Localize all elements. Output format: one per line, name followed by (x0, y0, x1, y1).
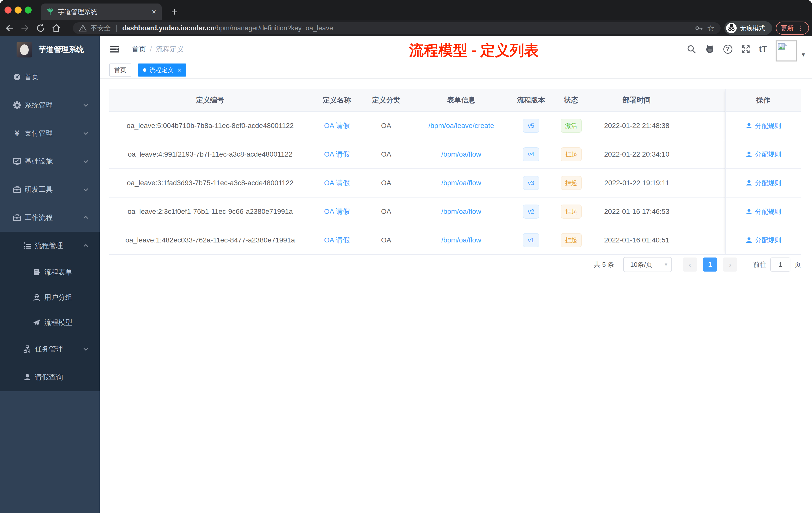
form-link[interactable]: /bpm/oa/flow (441, 150, 481, 158)
tag-close-icon[interactable]: × (177, 66, 181, 74)
incognito-label: 无痕模式 (740, 24, 765, 32)
sidebar-item-task-management[interactable]: 任务管理 (0, 335, 100, 363)
app-title: 芋道管理系统 (39, 44, 84, 55)
user-icon (746, 237, 753, 244)
tab-close-icon[interactable]: × (152, 7, 156, 16)
sidebar-item-label: 系统管理 (25, 100, 53, 110)
version-tag: v5 (523, 119, 539, 133)
url-path: /bpm/manager/definition?key=oa_leave (215, 24, 333, 32)
definition-name-link[interactable]: OA 请假 (324, 150, 350, 158)
cell-definition-id: oa_leave:4:991f2193-7b7f-11ec-a3c8-acde4… (109, 150, 311, 158)
app-logo (17, 42, 32, 58)
github-icon[interactable] (705, 44, 715, 54)
definition-name-link[interactable]: OA 请假 (324, 179, 350, 187)
minimize-window-button[interactable] (14, 6, 22, 13)
cell-deploy-time: 2022-01-22 19:19:11 (593, 179, 680, 187)
sidebar-logo-row[interactable]: 芋道管理系统 (0, 36, 100, 63)
help-icon[interactable]: ? (723, 45, 732, 54)
sidebar-item-infrastructure[interactable]: 基础设施 (0, 147, 100, 175)
chevron-down-icon (83, 131, 89, 135)
definition-name-link[interactable]: OA 请假 (324, 236, 350, 244)
tag-label: 流程定义 (149, 66, 174, 74)
current-page-button[interactable]: 1 (703, 258, 717, 272)
version-tag: v1 (523, 233, 539, 247)
browser-update-button[interactable]: 更新 ⋮ (776, 22, 809, 35)
sidebar-item-leave-query[interactable]: 请假查询 (0, 363, 100, 391)
tag-process-definition[interactable]: 流程定义 × (138, 63, 186, 77)
user-icon (746, 208, 753, 215)
breadcrumb-home[interactable]: 首页 (132, 44, 146, 54)
user-group-icon (32, 293, 41, 301)
reload-icon[interactable] (35, 22, 47, 34)
form-link[interactable]: /bpm/oa/leave/create (428, 122, 494, 129)
bookmark-star-icon[interactable]: ☆ (707, 23, 715, 33)
prev-page-button[interactable]: ‹ (683, 258, 697, 272)
goto-page-input[interactable] (770, 258, 790, 272)
omnibox-divider (116, 25, 117, 32)
browser-toolbar: 不安全 dashboard.yudao.iocoder.cn/bpm/manag… (0, 20, 812, 36)
assign-rule-link[interactable]: 分配规则 (726, 140, 801, 169)
version-tag: v2 (523, 205, 539, 219)
incognito-badge: 无痕模式 (724, 21, 772, 35)
url-bar[interactable]: 不安全 dashboard.yudao.iocoder.cn/bpm/manag… (73, 22, 721, 34)
column-header: 定义名称 (311, 95, 363, 105)
home-icon[interactable] (50, 22, 62, 34)
sidebar-item-label: 请假查询 (35, 372, 63, 382)
sidebar-item-process-form[interactable]: 流程表单 (0, 260, 100, 285)
sidebar-item-workflow[interactable]: 工作流程 (0, 204, 100, 232)
status-badge: 激活 (561, 119, 582, 133)
sidebar-item-home[interactable]: 首页 (0, 63, 100, 91)
avatar[interactable] (776, 40, 797, 61)
search-icon[interactable] (687, 44, 696, 54)
sidebar-item-system[interactable]: 系统管理 (0, 91, 100, 119)
password-key-icon[interactable] (695, 24, 703, 33)
table-row: oa_leave:1:482ec033-762a-11ec-8477-a2380… (109, 226, 801, 255)
back-icon[interactable] (3, 22, 16, 34)
user-icon (746, 151, 753, 158)
table-header-row: 定义编号 定义名称 定义分类 表单信息 流程版本 状态 部署时间 (109, 89, 801, 112)
form-link[interactable]: /bpm/oa/flow (441, 208, 481, 215)
assign-rule-link[interactable]: 分配规则 (726, 112, 801, 140)
window-controls[interactable] (4, 6, 32, 13)
forward-icon[interactable] (19, 22, 31, 34)
close-window-button[interactable] (4, 6, 11, 13)
avatar-caret-down-icon[interactable]: ▾ (802, 51, 805, 58)
cell-category: OA (363, 150, 409, 158)
browser-menu-kebab-icon[interactable]: ⋮ (797, 24, 804, 32)
definition-name-link[interactable]: OA 请假 (324, 208, 350, 215)
toolbox-icon (12, 185, 22, 194)
new-tab-button[interactable]: + (168, 5, 181, 19)
sidebar-item-label: 基础设施 (25, 157, 53, 166)
sidebar-collapse-icon[interactable] (109, 44, 120, 55)
sidebar-item-process-model[interactable]: 流程模型 (0, 310, 100, 335)
browser-tab[interactable]: 芋道管理系统 × (41, 3, 162, 20)
sidebar-item-user-group[interactable]: 用户分组 (0, 285, 100, 310)
zoom-window-button[interactable] (25, 6, 32, 13)
cell-deploy-time: 2022-01-16 01:40:51 (593, 236, 680, 244)
cell-deploy-time: 2022-01-16 17:46:53 (593, 208, 680, 216)
assign-rule-link[interactable]: 分配规则 (726, 226, 801, 255)
text-size-icon[interactable]: tT (759, 44, 767, 54)
toolbox-icon (12, 213, 22, 222)
assign-rule-link[interactable]: 分配规则 (726, 169, 801, 198)
sidebar-item-payment[interactable]: ¥ 支付管理 (0, 119, 100, 147)
chevron-down-icon (83, 103, 89, 107)
not-secure-warning-icon (79, 24, 87, 32)
form-link[interactable]: /bpm/oa/flow (441, 179, 481, 187)
next-page-button[interactable]: › (723, 258, 737, 272)
top-navbar: 首页 / 流程定义 流程模型 - 定义列表 ? tT ▾ (100, 36, 812, 62)
fullscreen-icon[interactable] (741, 44, 751, 54)
status-badge: 挂起 (561, 176, 582, 190)
table-row: oa_leave:5:004b710b-7b8a-11ec-8ef0-acde4… (109, 112, 801, 140)
sidebar-item-process-management[interactable]: 流程管理 (0, 232, 100, 260)
sidebar: 芋道管理系统 首页 系统管理 ¥ 支付管理 基础设施 (0, 36, 100, 513)
tag-home[interactable]: 首页 (109, 63, 131, 77)
main-area: 首页 / 流程定义 流程模型 - 定义列表 ? tT ▾ 首页 (100, 36, 812, 513)
assign-rule-link[interactable]: 分配规则 (726, 198, 801, 226)
incognito-icon (726, 23, 737, 34)
form-link[interactable]: /bpm/oa/flow (441, 236, 481, 244)
url-text[interactable]: dashboard.yudao.iocoder.cn/bpm/manager/d… (122, 24, 691, 32)
page-size-select[interactable]: 10条/页 ▾ (623, 257, 672, 272)
definition-name-link[interactable]: OA 请假 (324, 122, 350, 129)
sidebar-item-dev-tools[interactable]: 研发工具 (0, 175, 100, 204)
